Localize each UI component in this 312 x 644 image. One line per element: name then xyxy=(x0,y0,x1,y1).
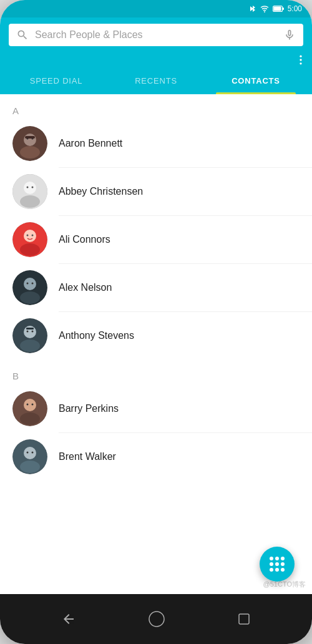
contact-item[interactable]: Alex Nelson xyxy=(0,264,312,311)
mic-icon[interactable] xyxy=(283,29,296,41)
svg-point-43 xyxy=(32,452,34,454)
avatar xyxy=(12,439,47,474)
svg-point-4 xyxy=(300,56,301,57)
contact-name: Ali Connors xyxy=(59,234,110,245)
contact-item[interactable]: Ali Connors xyxy=(0,216,312,263)
tab-recents[interactable]: RECENTS xyxy=(106,67,206,94)
svg-point-25 xyxy=(20,291,40,304)
avatar xyxy=(12,391,47,426)
svg-point-20 xyxy=(20,243,40,256)
status-icons: 5:00 xyxy=(249,4,302,13)
fab-dialpad[interactable] xyxy=(260,547,295,582)
fab-dot xyxy=(275,568,279,572)
fab-dot xyxy=(270,557,273,560)
svg-point-37 xyxy=(27,404,29,406)
avatar xyxy=(12,318,47,353)
svg-point-40 xyxy=(24,447,36,459)
battery-icon xyxy=(273,5,284,12)
svg-rect-33 xyxy=(26,328,34,329)
svg-point-27 xyxy=(32,283,34,285)
svg-point-9 xyxy=(20,146,40,159)
contact-item[interactable]: Brent Walker xyxy=(0,433,312,481)
tab-contacts[interactable]: CONTACTS xyxy=(206,67,306,94)
contact-item[interactable]: Barry Perkins xyxy=(0,385,312,432)
svg-point-32 xyxy=(32,331,34,333)
svg-point-41 xyxy=(20,461,40,473)
contact-item[interactable]: Aaron Bennett xyxy=(0,120,312,167)
svg-point-38 xyxy=(32,404,34,406)
svg-point-19 xyxy=(24,230,36,242)
bluetooth-icon xyxy=(249,4,256,13)
contacts-list: A Aaron Bennett Abbey Christensen Ali Co… xyxy=(0,94,312,594)
fab-dot xyxy=(275,562,279,566)
svg-rect-45 xyxy=(239,614,249,624)
svg-point-14 xyxy=(24,182,36,194)
avatar xyxy=(12,270,47,305)
contact-name: Anthony Stevens xyxy=(59,330,134,341)
svg-point-44 xyxy=(149,612,164,627)
fab-dot xyxy=(270,568,273,572)
svg-point-5 xyxy=(300,59,301,61)
nav-recent-button[interactable] xyxy=(237,612,251,626)
svg-point-16 xyxy=(27,187,29,188)
svg-point-35 xyxy=(24,399,36,411)
svg-point-22 xyxy=(32,235,34,237)
contact-name: Abbey Christensen xyxy=(59,186,143,197)
svg-point-24 xyxy=(24,278,36,290)
wifi-icon xyxy=(260,5,269,12)
svg-point-42 xyxy=(27,452,29,454)
back-arrow-icon xyxy=(61,612,76,627)
content-area: 5:00 Search People & Places xyxy=(0,0,312,594)
toolbar-actions xyxy=(0,51,312,67)
svg-point-21 xyxy=(27,235,29,237)
svg-point-8 xyxy=(24,134,36,146)
section-header-A: A xyxy=(0,94,312,120)
contact-name: Alex Nelson xyxy=(59,282,112,293)
avatar xyxy=(12,174,47,209)
status-time: 5:00 xyxy=(288,4,302,13)
fab-dot xyxy=(270,562,273,566)
svg-point-31 xyxy=(27,331,29,333)
contact-name: Barry Perkins xyxy=(59,403,119,414)
contact-name: Aaron Bennett xyxy=(59,138,122,149)
fab-dot xyxy=(275,557,279,560)
contact-name: Brent Walker xyxy=(59,451,116,462)
search-bar: Search People & Places xyxy=(0,17,312,51)
more-options-icon[interactable] xyxy=(295,54,307,66)
dialpad-grid xyxy=(270,557,285,572)
contact-item[interactable]: Anthony Stevens xyxy=(0,312,312,359)
svg-rect-12 xyxy=(25,136,35,139)
svg-point-0 xyxy=(264,11,265,12)
avatar xyxy=(12,222,47,257)
svg-point-30 xyxy=(20,339,40,352)
svg-point-17 xyxy=(32,187,34,188)
svg-rect-3 xyxy=(273,7,281,11)
nav-home-button[interactable] xyxy=(149,611,165,627)
contact-item[interactable]: Abbey Christensen xyxy=(0,168,312,215)
search-input-container[interactable]: Search People & Places xyxy=(9,24,303,46)
svg-point-15 xyxy=(20,195,40,208)
search-icon xyxy=(16,29,29,41)
home-circle-icon xyxy=(149,611,165,627)
svg-point-36 xyxy=(20,412,40,425)
search-placeholder: Search People & Places xyxy=(35,29,277,41)
phone-frame: 5:00 Search People & Places xyxy=(0,0,312,644)
svg-point-26 xyxy=(27,283,29,285)
section-header-B: B xyxy=(0,359,312,385)
status-bar: 5:00 xyxy=(0,0,312,17)
tab-speed-dial[interactable]: SPEED DIAL xyxy=(6,67,106,94)
fab-dot xyxy=(281,568,285,572)
nav-bar xyxy=(0,594,312,644)
svg-point-6 xyxy=(300,62,301,64)
watermark: @51CTO博客 xyxy=(263,580,306,589)
nav-back-button[interactable] xyxy=(61,612,76,627)
avatar xyxy=(12,126,47,161)
fab-dot xyxy=(281,562,285,566)
svg-rect-2 xyxy=(283,7,284,10)
fab-dot xyxy=(281,557,285,560)
recent-square-icon xyxy=(237,612,251,626)
tabs-bar: SPEED DIAL RECENTS CONTACTS xyxy=(0,67,312,94)
